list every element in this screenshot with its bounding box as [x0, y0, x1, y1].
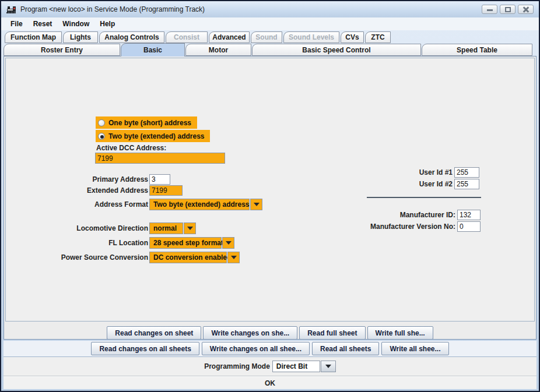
- menu-reset[interactable]: Reset: [28, 18, 58, 30]
- chevron-down-icon[interactable]: [321, 361, 336, 372]
- programming-mode-select[interactable]: Direct Bit: [272, 361, 336, 372]
- extended-address-label: Extended Address: [8, 186, 148, 195]
- power-source-conversion-select[interactable]: DC conversion enabled: [149, 252, 240, 263]
- locomotive-direction-label: Locomotive Direction: [8, 224, 148, 232]
- active-dcc-address-input[interactable]: [95, 153, 225, 164]
- tab-cvs[interactable]: CVs: [341, 31, 364, 43]
- chevron-down-icon[interactable]: [227, 252, 240, 263]
- menu-window[interactable]: Window: [57, 18, 94, 30]
- tab-motor[interactable]: Motor: [185, 44, 251, 56]
- tab-lights[interactable]: Lights: [63, 31, 98, 43]
- basic-tab-panel: One byte (short) address Two byte (exten…: [3, 56, 537, 340]
- menu-help[interactable]: Help: [94, 18, 120, 30]
- window-title: Program <new loco> in Service Mode (Prog…: [20, 5, 478, 13]
- minimize-icon[interactable]: [482, 5, 497, 14]
- program-window: Program <new loco> in Service Mode (Prog…: [0, 0, 540, 392]
- radio-unselected-icon[interactable]: [98, 119, 105, 126]
- radio-selected-icon[interactable]: [98, 133, 105, 140]
- read-changes-on-all-sheets-button[interactable]: Read changes on all sheets: [91, 342, 199, 355]
- chevron-down-icon[interactable]: [184, 223, 196, 234]
- user-id-2-input[interactable]: [454, 179, 479, 189]
- tab-basic[interactable]: Basic: [121, 43, 185, 56]
- primary-address-input[interactable]: [149, 174, 170, 185]
- user-id-1-label: User Id #1: [356, 168, 453, 176]
- title-bar[interactable]: Program <new loco> in Service Mode (Prog…: [1, 1, 539, 17]
- fl-location-select[interactable]: 28 speed step format: [149, 237, 234, 249]
- chevron-down-icon[interactable]: [222, 237, 234, 249]
- primary-address-label: Primary Address: [8, 175, 148, 183]
- maximize-icon[interactable]: [500, 5, 516, 14]
- user-id-1-input[interactable]: [454, 167, 479, 178]
- manufacturer-version-label: Manufacturer Version No:: [332, 223, 455, 231]
- menu-bar: File Reset Window Help: [1, 17, 539, 30]
- tab-row-bottom: Roster Entry Basic Motor Basic Speed Con…: [3, 43, 537, 56]
- manufacturer-id-input[interactable]: [457, 210, 481, 220]
- close-icon[interactable]: [518, 5, 534, 14]
- tab-sound-levels: Sound Levels: [283, 31, 339, 43]
- write-all-sheets-button[interactable]: Write all shee...: [381, 342, 448, 355]
- read-all-sheets-button[interactable]: Read all sheets: [312, 342, 379, 355]
- tab-basic-speed-control[interactable]: Basic Speed Control: [252, 44, 421, 56]
- power-source-conversion-label: Power Source Conversion: [8, 253, 148, 262]
- all-sheets-button-row: Read changes on all sheets Write changes…: [3, 341, 537, 357]
- radio-extended-address[interactable]: Two byte (extended) address: [96, 130, 210, 142]
- user-id-2-label: User Id #2: [356, 180, 453, 188]
- tab-row-top: Function Map Lights Analog Controls Cons…: [3, 30, 537, 43]
- write-full-sheet-button[interactable]: Write full she...: [367, 326, 433, 340]
- tab-roster-entry[interactable]: Roster Entry: [3, 44, 120, 56]
- tab-speed-table[interactable]: Speed Table: [422, 44, 532, 56]
- locomotive-icon: [6, 5, 16, 14]
- chevron-down-icon[interactable]: [250, 199, 262, 210]
- status-text: OK: [265, 379, 275, 387]
- fl-location-label: FL Location: [8, 239, 148, 247]
- write-changes-on-sheet-button[interactable]: Write changes on she...: [203, 326, 297, 340]
- sheet-button-row: Read changes on sheet Write changes on s…: [7, 325, 533, 341]
- address-format-select[interactable]: Two byte (extended) address: [149, 199, 262, 210]
- tab-advanced[interactable]: Advanced: [209, 31, 250, 43]
- locomotive-direction-select[interactable]: normal: [149, 223, 196, 234]
- tab-sound: Sound: [251, 31, 282, 43]
- manufacturer-version-input[interactable]: [457, 221, 481, 232]
- address-format-label: Address Format: [8, 200, 148, 209]
- decoder-pane: One byte (short) address Two byte (exten…: [5, 58, 535, 322]
- programming-mode-label: Programming Mode: [204, 362, 270, 370]
- tab-function-map[interactable]: Function Map: [5, 31, 62, 43]
- menu-file[interactable]: File: [5, 18, 28, 30]
- status-bar: OK: [3, 376, 537, 389]
- read-changes-on-sheet-button[interactable]: Read changes on sheet: [107, 326, 201, 340]
- radio-short-address[interactable]: One byte (short) address: [96, 116, 197, 129]
- tab-ztc[interactable]: ZTC: [365, 31, 391, 43]
- programming-mode-row: Programming Mode Direct Bit: [3, 357, 537, 376]
- active-dcc-address-label: Active DCC Address:: [96, 144, 166, 152]
- extended-address-input[interactable]: [149, 185, 183, 196]
- section-divider: [367, 197, 481, 198]
- tab-consist: Consist: [166, 31, 208, 43]
- write-changes-on-all-sheets-button[interactable]: Write changes on all shee...: [202, 342, 310, 355]
- manufacturer-id-label: Manufacturer ID:: [332, 211, 455, 219]
- read-full-sheet-button[interactable]: Read full sheet: [299, 326, 365, 340]
- tab-analog-controls[interactable]: Analog Controls: [99, 31, 164, 43]
